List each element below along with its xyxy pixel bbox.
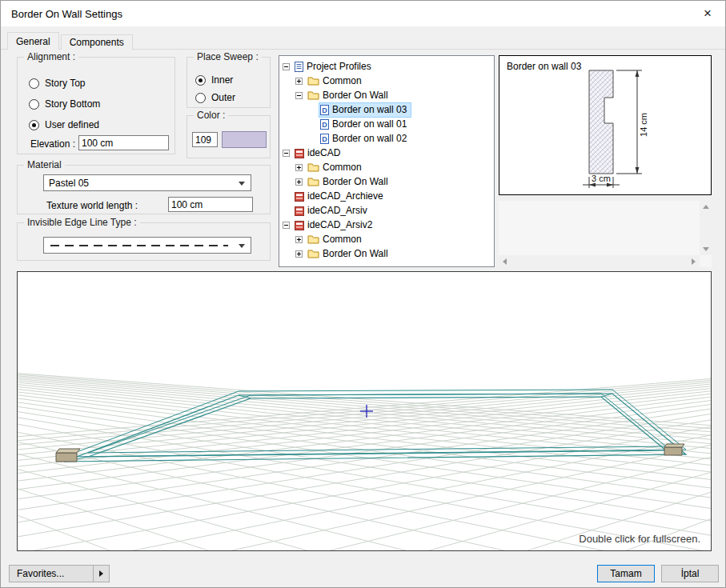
cancel-button[interactable]: İptal [661, 565, 719, 582]
ok-button[interactable]: Tamam [597, 565, 655, 582]
texture-world-length-input[interactable] [168, 197, 253, 212]
color-legend: Color : [194, 110, 228, 121]
title-bar: Border On Wall Settings [1, 1, 725, 26]
tree-item[interactable]: Common [279, 160, 494, 174]
tree-item[interactable]: ideCAD_Archieve [279, 189, 494, 203]
tree-item-label: ideCAD_Archieve [307, 190, 385, 202]
chevron-down-icon [239, 244, 245, 248]
tree-indent [279, 254, 295, 254]
expand-icon[interactable] [295, 236, 303, 243]
folder-icon [307, 90, 319, 100]
expand-icon[interactable] [295, 78, 303, 85]
chevron-down-icon [239, 182, 245, 186]
window-title: Border On Wall Settings [11, 8, 122, 20]
tree-item-label: Border on wall 03 [332, 104, 408, 115]
close-icon[interactable]: × [690, 1, 725, 26]
place-sweep-radio-group: InnerOuter [195, 74, 235, 104]
tree-item-selected[interactable]: DBorder on wall 03 [319, 103, 411, 117]
place-sweep-radio-inner[interactable]: Inner [195, 74, 235, 86]
tree-item-content[interactable]: Border On Wall [307, 247, 392, 261]
place-sweep-radio-outer[interactable]: Outer [195, 91, 235, 104]
tree-item[interactable]: Project Profiles [279, 59, 494, 74]
tree-item-content[interactable]: ideCAD_Arsiv [294, 204, 371, 218]
tree-item-label: Border On Wall [323, 90, 390, 101]
collapse-icon[interactable] [295, 92, 303, 99]
collapse-icon[interactable] [283, 222, 290, 229]
elevation-input[interactable] [78, 135, 169, 150]
tree-item[interactable]: DBorder on wall 01 [279, 117, 494, 131]
color-group: Color : [187, 115, 271, 158]
tree-item-label: Common [323, 162, 363, 173]
tree-item-content[interactable]: Border On Wall [307, 89, 392, 102]
tree-item-content[interactable]: DBorder on wall 01 [319, 118, 411, 131]
tree-item-content[interactable]: ideCAD_Archieve [294, 190, 387, 203]
tree-item-content[interactable]: DBorder on wall 02 [319, 132, 411, 146]
expand-icon[interactable] [295, 178, 303, 186]
tree-item-content[interactable]: Project Profiles [294, 60, 375, 74]
collapse-icon[interactable] [283, 150, 290, 157]
tree-item-content[interactable]: Common [307, 233, 366, 246]
color-swatch[interactable] [222, 131, 267, 148]
tree-item-label: Project Profiles [307, 61, 373, 72]
favorites-button[interactable]: Favorites... [9, 565, 110, 582]
tree-item-content[interactable]: ideCAD [294, 146, 344, 160]
svg-text:D: D [322, 135, 327, 143]
tree-item[interactable]: ideCAD_Arsiv [279, 203, 494, 218]
radio-label: User defined [45, 119, 99, 130]
collapse-icon[interactable] [283, 63, 290, 70]
tree-item-label: Common [323, 75, 363, 86]
scroll-up-icon[interactable] [703, 205, 709, 209]
width-dimension-label: 3 cm [592, 174, 611, 183]
profile-preview-panel: Border on wall 03 14 cm 3 cm [499, 55, 712, 195]
tree-item-content[interactable]: Common [307, 161, 366, 174]
tab-bar: General Components [7, 32, 134, 50]
document-icon [295, 62, 303, 72]
scroll-left-icon[interactable] [503, 258, 507, 265]
profile-tree[interactable]: Project ProfilesCommonBorder On WallDBor… [279, 55, 495, 267]
tree-item-label: ideCAD_Arsiv [307, 205, 369, 216]
favorites-arrow-icon[interactable] [93, 566, 109, 582]
line-type-dropdown[interactable] [43, 237, 251, 254]
tree-item[interactable]: Common [279, 232, 494, 246]
radio-icon [29, 120, 39, 130]
tree-item[interactable]: Border On Wall [279, 246, 494, 261]
horizontal-scrollbar[interactable] [499, 255, 700, 267]
3d-viewport[interactable]: Double click for fullscreen. [17, 271, 712, 551]
tree-item[interactable]: DBorder on wall 02 [279, 131, 494, 146]
tab-general[interactable]: General [7, 32, 59, 50]
expand-icon[interactable] [295, 250, 303, 258]
tree-item-label: Border on wall 02 [332, 133, 408, 144]
alignment-radio-story-top[interactable]: Story Top [29, 77, 100, 90]
invisible-edge-legend: Invisible Edge Line Type : [24, 217, 140, 228]
tree-item[interactable]: DBorder on wall 03 [279, 102, 494, 117]
alignment-radio-user-defined[interactable]: User defined [29, 118, 100, 131]
tree-item-label: ideCAD_Arsiv2 [307, 219, 374, 230]
expand-icon[interactable] [295, 164, 303, 171]
color-index-input[interactable] [192, 132, 218, 147]
tree-item-content[interactable]: ideCAD_Arsiv2 [294, 218, 376, 232]
tab-components[interactable]: Components [61, 34, 133, 50]
tree-item[interactable]: Border On Wall [279, 174, 494, 189]
scroll-down-icon[interactable] [703, 247, 709, 251]
library-icon [295, 206, 304, 216]
alignment-radio-story-bottom[interactable]: Story Bottom [29, 98, 100, 110]
favorites-label: Favorites... [10, 566, 93, 582]
radio-icon [29, 78, 39, 89]
tree-item[interactable]: Common [279, 74, 494, 88]
library-icon [295, 220, 304, 230]
dashed-line-swatch [50, 245, 228, 246]
3d-preview-canvas[interactable] [18, 272, 711, 550]
library-icon [295, 191, 304, 202]
scroll-right-icon[interactable] [692, 258, 696, 265]
invisible-edge-group: Invisible Edge Line Type : [17, 222, 271, 261]
tree-item[interactable]: ideCAD_Arsiv2 [279, 218, 494, 232]
vertical-scrollbar[interactable] [700, 201, 712, 255]
material-dropdown[interactable]: Pastel 05 [43, 174, 251, 191]
tree-item[interactable]: Border On Wall [279, 88, 494, 102]
tree-item-content[interactable]: Border On Wall [307, 175, 392, 189]
folder-icon [307, 162, 319, 172]
tree-item-content[interactable]: Common [307, 74, 366, 88]
fullscreen-hint: Double click for fullscreen. [579, 533, 700, 545]
alignment-radio-group: Story TopStory BottomUser defined [29, 77, 100, 131]
tree-item[interactable]: ideCAD [279, 146, 494, 160]
